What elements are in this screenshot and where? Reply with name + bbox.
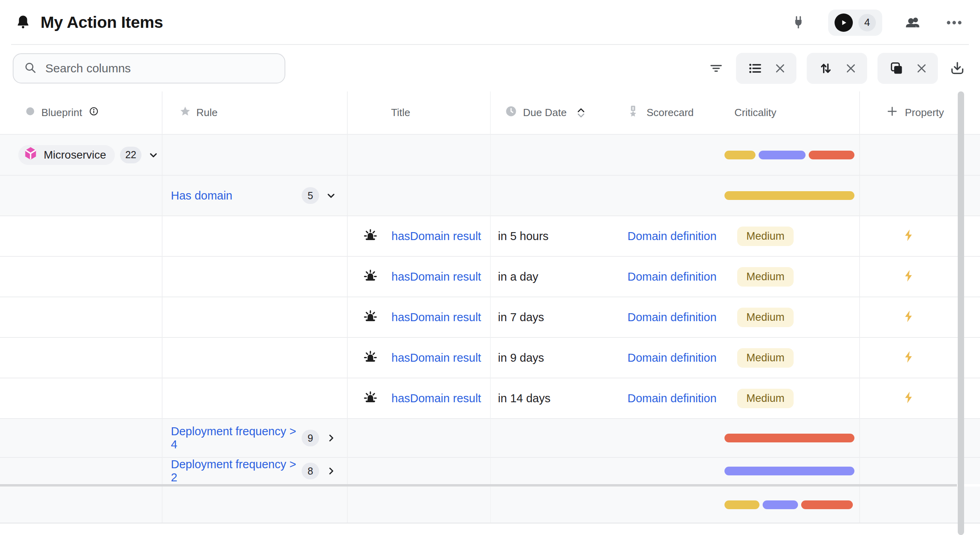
due-date-value: in 7 days xyxy=(498,311,544,324)
group-columns-pill xyxy=(877,53,938,84)
alarm-icon xyxy=(363,349,378,366)
lightning-icon[interactable] xyxy=(903,391,914,406)
alarm-icon xyxy=(363,268,378,285)
blueprint-circle-icon xyxy=(25,107,35,119)
integrations-plug-button[interactable] xyxy=(789,14,808,32)
due-date-value: in 14 days xyxy=(498,392,550,405)
blueprint-chip-microservice[interactable]: Microservice xyxy=(18,145,115,165)
users-button[interactable] xyxy=(903,13,924,32)
due-date-value: in 5 hours xyxy=(498,230,548,243)
column-header-criticality[interactable]: Criticality xyxy=(723,91,860,134)
filter-button[interactable] xyxy=(707,60,726,77)
criticality-distribution-bar xyxy=(724,151,854,159)
table-row: hasDomain result in a day Domain definit… xyxy=(0,256,980,297)
list-view-icon[interactable] xyxy=(746,60,764,77)
item-title-link[interactable]: hasDomain result xyxy=(391,270,481,283)
search-columns-box[interactable] xyxy=(13,53,285,83)
criticality-badge: Medium xyxy=(737,389,794,408)
lightning-icon[interactable] xyxy=(903,229,914,244)
column-label: Blueprint xyxy=(41,107,82,119)
scorecard-link[interactable]: Domain definition xyxy=(628,311,717,324)
lightning-icon[interactable] xyxy=(903,269,914,284)
add-property-button[interactable]: Property xyxy=(860,91,957,134)
rule-group-link[interactable]: Has domain xyxy=(171,189,232,202)
scorecard-link[interactable]: Domain definition xyxy=(628,392,717,405)
rule-group-link[interactable]: Deployment frequency > 2 xyxy=(171,458,302,484)
item-title-link[interactable]: hasDomain result xyxy=(391,351,481,364)
criticality-badge: Medium xyxy=(737,348,794,368)
lightning-icon[interactable] xyxy=(903,310,914,325)
download-button[interactable] xyxy=(948,59,966,78)
runs-count-badge: 4 xyxy=(858,14,876,31)
column-label: Scorecard xyxy=(647,107,694,119)
play-icon xyxy=(835,14,853,32)
table-row: Has domain 5 xyxy=(0,175,980,215)
alarm-icon xyxy=(363,228,378,244)
chevron-right-icon[interactable] xyxy=(325,465,337,477)
chevron-down-icon[interactable] xyxy=(325,190,337,201)
item-title-link[interactable]: hasDomain result xyxy=(391,392,481,405)
action-items-table: Blueprint Rule Title Due Date Scorec xyxy=(0,91,980,523)
clear-sort-icon[interactable] xyxy=(845,62,857,74)
criticality-badge: Medium xyxy=(737,308,794,327)
column-header-scorecard[interactable]: Scorecard xyxy=(614,91,723,134)
group-count-badge: 5 xyxy=(302,187,319,204)
page-title: My Action Items xyxy=(41,13,163,32)
column-label: Property xyxy=(905,107,944,119)
column-header-due-date[interactable]: Due Date xyxy=(491,91,614,134)
criticality-distribution-bar xyxy=(724,191,854,200)
table-row: Deployment frequency > 4 9 xyxy=(0,418,980,457)
app-window: My Action Items 4 xyxy=(0,0,980,535)
top-bar: My Action Items 4 xyxy=(0,0,980,45)
lightning-icon[interactable] xyxy=(903,350,914,365)
column-header-rule[interactable]: Rule xyxy=(163,91,348,134)
sort-arrows-icon[interactable] xyxy=(817,60,835,77)
due-date-value: in 9 days xyxy=(498,351,544,364)
criticality-distribution-bar xyxy=(724,467,854,475)
microservice-cube-icon xyxy=(23,146,38,163)
criticality-distribution-bar xyxy=(724,500,854,509)
alarm-icon xyxy=(363,309,378,326)
search-columns-input[interactable] xyxy=(45,62,274,75)
group-copy-icon[interactable] xyxy=(888,60,905,77)
item-title-link[interactable]: hasDomain result xyxy=(391,230,481,243)
plus-icon xyxy=(886,105,898,120)
column-label: Due Date xyxy=(523,107,567,119)
table-row xyxy=(0,487,980,523)
sort-pill xyxy=(807,53,867,84)
medal-icon xyxy=(628,105,639,120)
item-title-link[interactable]: hasDomain result xyxy=(391,311,481,324)
table-row: hasDomain result in 5 hours Domain defin… xyxy=(0,215,980,256)
clock-icon xyxy=(505,105,517,120)
clear-list-icon[interactable] xyxy=(774,62,786,74)
chevron-right-icon[interactable] xyxy=(325,432,337,444)
sort-indicator[interactable] xyxy=(577,108,585,118)
column-header-title[interactable]: Title xyxy=(348,91,491,134)
criticality-badge: Medium xyxy=(737,267,794,287)
rule-group-link[interactable]: Deployment frequency > 4 xyxy=(171,425,302,451)
column-header-blueprint[interactable]: Blueprint xyxy=(0,91,163,134)
search-icon xyxy=(24,61,37,76)
runs-button[interactable]: 4 xyxy=(828,10,882,36)
criticality-badge: Medium xyxy=(737,227,794,246)
table-row: hasDomain result in 14 days Domain defin… xyxy=(0,378,980,418)
column-label: Rule xyxy=(196,107,217,119)
scorecard-link[interactable]: Domain definition xyxy=(628,230,717,243)
bell-icon xyxy=(15,14,31,31)
alarm-icon xyxy=(363,390,378,407)
more-options-button[interactable] xyxy=(944,18,964,27)
chevron-down-icon[interactable] xyxy=(148,149,159,161)
scorecard-link[interactable]: Domain definition xyxy=(628,351,717,364)
table-row: hasDomain result in 7 days Domain defini… xyxy=(0,297,980,337)
group-count-badge: 22 xyxy=(120,147,141,163)
table-header-row: Blueprint Rule Title Due Date Scorec xyxy=(0,91,980,134)
info-icon[interactable] xyxy=(89,106,99,119)
group-count-badge: 9 xyxy=(302,430,319,446)
group-count-badge: 8 xyxy=(302,463,319,479)
table-toolbar xyxy=(0,45,980,91)
table-row: Deployment frequency > 2 8 xyxy=(0,457,980,484)
scorecard-link[interactable]: Domain definition xyxy=(628,270,717,283)
clear-group-icon[interactable] xyxy=(916,62,928,74)
vertical-scrollbar[interactable] xyxy=(958,91,964,535)
criticality-distribution-bar xyxy=(724,434,854,442)
